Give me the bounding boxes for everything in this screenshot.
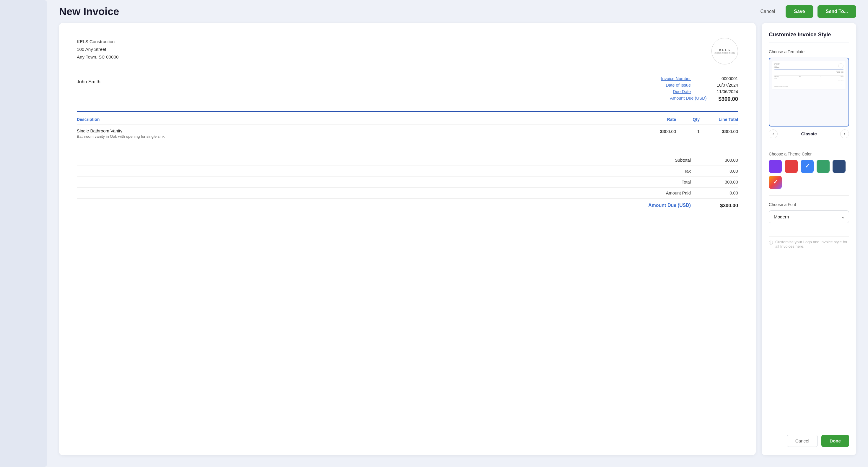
company-name: KELS Construction	[77, 38, 119, 46]
main-area: KELS Construction 100 Any Street Any Tow…	[0, 23, 868, 467]
customize-panel: Customize Invoice Style Choose a Templat…	[762, 23, 856, 455]
theme-color-label: Choose a Theme Color	[769, 152, 849, 156]
info-icon: ⓘ	[769, 240, 773, 245]
subtotal-label: Subtotal	[661, 158, 691, 163]
template-section: Choose a Template 123 Fake StreetNew Yor…	[769, 49, 849, 138]
color-swatch-blue[interactable]	[801, 160, 814, 173]
section-divider	[77, 111, 738, 112]
item-total: $300.00	[700, 128, 738, 139]
save-button[interactable]: Save	[785, 5, 813, 18]
template-miniature: 123 Fake StreetNew York, NY10003United S…	[772, 61, 845, 89]
amount-due-header-label: Amount Due (USD)	[670, 96, 707, 102]
cancel-button[interactable]: Cancel	[754, 6, 782, 17]
meta-table: Invoice Number 0000001 Date of Issue 10/…	[661, 76, 738, 102]
date-of-issue-label: Date of Issue	[666, 83, 691, 87]
color-swatches	[769, 160, 849, 189]
invoice-number-row: Invoice Number 0000001	[661, 76, 738, 81]
subtotal-row: Subtotal 300.00	[77, 155, 738, 166]
font-select-wrapper: Modern Classic Minimal Bold ⌄	[769, 210, 849, 223]
amount-paid-label: Amount Paid	[661, 191, 691, 195]
color-swatch-gradient[interactable]	[769, 176, 782, 189]
item-qty: 1	[676, 128, 700, 139]
top-bar: New Invoice Cancel Save Send To...	[0, 0, 868, 23]
subtotal-value: 300.00	[709, 158, 738, 163]
font-section-label: Choose a Font	[769, 202, 849, 207]
company-info: KELS Construction 100 Any Street Any Tow…	[77, 38, 119, 61]
col-line-total-header: Line Total	[700, 117, 738, 122]
total-value: 300.00	[709, 180, 738, 184]
theme-color-section: Choose a Theme Color	[769, 152, 849, 189]
item-desc-main: Single Bathroom Vanity	[77, 128, 635, 133]
template-prev-button[interactable]: ‹	[769, 129, 778, 138]
due-date-value: 11/06/2024	[703, 89, 738, 94]
amount-due-header-row: Amount Due (USD) $300.00	[661, 96, 738, 102]
due-date-label: Due Date	[673, 89, 691, 94]
logo-name: KELS	[719, 48, 731, 52]
date-of-issue-row: Date of Issue 10/07/2024	[661, 83, 738, 87]
divider-3	[769, 230, 849, 230]
tax-value: 0.00	[709, 169, 738, 174]
company-address1: 100 Any Street	[77, 46, 119, 53]
invoice-panel: KELS Construction 100 Any Street Any Tow…	[59, 23, 756, 455]
template-nav: ‹ Classic ›	[769, 129, 849, 138]
item-description: Single Bathroom Vanity Bathroom vanity i…	[77, 128, 635, 139]
color-swatch-red[interactable]	[785, 160, 798, 173]
amount-paid-row: Amount Paid 0.00	[77, 188, 738, 199]
invoice-header: KELS Construction 100 Any Street Any Tow…	[77, 38, 738, 64]
panel-cancel-button[interactable]: Cancel	[787, 435, 818, 447]
totals-amount-due-label: Amount Due (USD)	[648, 203, 691, 209]
invoice-number-label: Invoice Number	[661, 76, 691, 81]
invoice-number-value: 0000001	[703, 76, 738, 81]
amount-paid-value: 0.00	[709, 191, 738, 195]
template-section-label: Choose a Template	[769, 49, 849, 54]
font-select[interactable]: Modern Classic Minimal Bold	[769, 210, 849, 223]
color-swatch-purple[interactable]	[769, 160, 782, 173]
item-desc-sub: Bathroom vanity in Oak with opening for …	[77, 134, 635, 139]
color-swatch-darkblue[interactable]	[833, 160, 845, 173]
company-logo: KELS CONSTRUCTION	[711, 38, 738, 64]
line-items-header: Description Rate Qty Line Total	[77, 115, 738, 124]
totals-section: Subtotal 300.00 Tax 0.00 Total 300.00 Am…	[77, 155, 738, 209]
tax-label: Tax	[661, 169, 691, 174]
divider-2	[769, 195, 849, 196]
tax-row: Tax 0.00	[77, 166, 738, 177]
total-row: Total 300.00	[77, 177, 738, 188]
due-date-row: Due Date 11/06/2024	[661, 89, 738, 94]
sidebar	[0, 0, 47, 467]
col-qty-header: Qty	[676, 117, 700, 122]
hint-text: Customize your Logo and Invoice style fo…	[775, 240, 849, 249]
customize-panel-title: Customize Invoice Style	[769, 31, 849, 43]
totals-amount-due-row: Amount Due (USD) $300.00	[77, 199, 738, 209]
template-name: Classic	[801, 131, 816, 136]
line-item-row: Single Bathroom Vanity Bathroom vanity i…	[77, 124, 738, 143]
template-next-button[interactable]: ›	[840, 129, 849, 138]
send-to-button[interactable]: Send To...	[817, 5, 856, 18]
amount-due-header-value: $300.00	[718, 96, 738, 102]
company-address2: Any Town, SC 00000	[77, 53, 119, 61]
customize-hint: ⓘ Customize your Logo and Invoice style …	[769, 236, 849, 252]
top-actions: Cancel Save Send To...	[754, 5, 856, 18]
client-name: John Smith	[77, 76, 100, 85]
total-label: Total	[661, 180, 691, 184]
invoice-meta: John Smith Invoice Number 0000001 Date o…	[77, 76, 738, 102]
date-of-issue-value: 10/07/2024	[703, 83, 738, 87]
col-description-header: Description	[77, 117, 635, 122]
col-rate-header: Rate	[635, 117, 676, 122]
template-preview: 123 Fake StreetNew York, NY10003United S…	[769, 58, 849, 126]
logo-sub: CONSTRUCTION	[714, 52, 735, 54]
page-title: New Invoice	[59, 6, 119, 18]
item-rate: $300.00	[635, 128, 676, 139]
font-section: Choose a Font Modern Classic Minimal Bol…	[769, 202, 849, 223]
color-swatch-green[interactable]	[816, 160, 830, 173]
panel-done-button[interactable]: Done	[822, 435, 849, 447]
totals-amount-due-value: $300.00	[709, 203, 738, 209]
panel-footer: Cancel Done	[769, 432, 849, 447]
